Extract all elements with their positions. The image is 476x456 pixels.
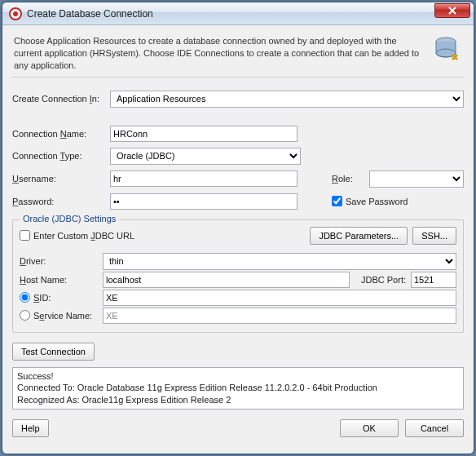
help-button[interactable]: Help xyxy=(12,419,49,437)
create-in-label: Create Connection In: xyxy=(12,94,105,104)
service-radio-label: Service Name: xyxy=(33,311,92,321)
custom-url-checkbox[interactable]: Enter Custom JDBC URL xyxy=(20,230,134,241)
footer: Help OK Cancel xyxy=(12,419,464,437)
intro-text: Choose Application Resources to create a… xyxy=(14,35,426,72)
create-in-select[interactable]: Application Resources xyxy=(110,91,464,108)
sid-row: SID: xyxy=(20,290,456,306)
test-result: Success! Connected To: Oracle Database 1… xyxy=(12,367,464,410)
cancel-button[interactable]: Cancel xyxy=(405,419,464,437)
jdbc-params-button[interactable]: JDBC Parameters... xyxy=(310,227,408,245)
driver-select[interactable]: thin xyxy=(103,253,456,270)
conn-type-row: Connection Type: Oracle (JDBC) xyxy=(12,148,464,165)
username-input[interactable] xyxy=(110,170,298,187)
host-label: Host Name: xyxy=(20,275,98,285)
host-input[interactable] xyxy=(103,272,350,288)
jdbc-settings-title: Oracle (JDBC) Settings xyxy=(20,214,119,224)
sid-radio[interactable]: SID: xyxy=(20,292,98,303)
role-label: Role: xyxy=(332,174,364,184)
password-label: Password: xyxy=(12,197,105,206)
dialog: Create Database Connection Choose Applic… xyxy=(2,2,474,454)
custom-url-label: Enter Custom JDBC URL xyxy=(33,231,134,241)
driver-row: Driver: thin xyxy=(20,253,456,270)
sid-radio-label: SID: xyxy=(33,293,51,303)
service-radio-input[interactable] xyxy=(20,310,30,321)
username-label: Username: xyxy=(12,174,105,184)
custom-url-row: Enter Custom JDBC URL JDBC Parameters...… xyxy=(20,227,456,245)
dialog-body: Choose Application Resources to create a… xyxy=(2,25,474,454)
jdbc-settings-group: Oracle (JDBC) Settings Enter Custom JDBC… xyxy=(12,219,464,333)
close-button[interactable] xyxy=(434,3,470,18)
app-icon xyxy=(9,7,22,20)
service-radio[interactable]: Service Name: xyxy=(20,310,98,321)
password-row: Password: Save Password xyxy=(12,193,464,210)
role-select[interactable] xyxy=(369,170,464,188)
database-icon xyxy=(433,35,462,64)
svg-point-1 xyxy=(13,11,18,16)
host-row: Host Name: JDBC Port: xyxy=(20,272,456,288)
conn-name-row: Connection Name: xyxy=(12,126,464,142)
service-input xyxy=(103,308,456,324)
conn-type-label: Connection Type: xyxy=(12,151,105,161)
result-line2: Connected To: Oracle Database 11g Expres… xyxy=(17,382,459,394)
port-label: JDBC Port: xyxy=(361,275,406,285)
save-password-checkbox[interactable]: Save Password xyxy=(332,196,408,206)
port-input[interactable] xyxy=(411,272,456,288)
custom-url-input[interactable] xyxy=(20,230,30,241)
conn-name-input[interactable] xyxy=(110,126,298,142)
conn-name-label: Connection Name: xyxy=(12,129,105,139)
ssh-button[interactable]: SSH... xyxy=(412,227,456,245)
result-line1: Success! xyxy=(17,370,459,383)
test-row: Test Connection xyxy=(12,343,464,361)
intro-row: Choose Application Resources to create a… xyxy=(12,32,464,77)
create-in-row: Create Connection In: Application Resour… xyxy=(12,91,464,108)
sid-radio-input[interactable] xyxy=(20,292,30,303)
service-row: Service Name: xyxy=(20,308,456,324)
dialog-title: Create Database Connection xyxy=(27,8,434,20)
ok-button[interactable]: OK xyxy=(340,419,399,437)
driver-label: Driver: xyxy=(20,256,98,266)
save-password-input[interactable] xyxy=(332,196,342,206)
password-input[interactable] xyxy=(110,193,298,210)
sid-input[interactable] xyxy=(103,290,456,306)
result-line3: Recognized As: Oracle11g Express Edition… xyxy=(17,394,459,406)
test-connection-button[interactable]: Test Connection xyxy=(12,343,95,361)
username-row: Username: Role: xyxy=(12,170,464,188)
conn-type-select[interactable]: Oracle (JDBC) xyxy=(110,148,301,165)
save-password-label: Save Password xyxy=(346,197,408,206)
titlebar: Create Database Connection xyxy=(2,2,474,25)
